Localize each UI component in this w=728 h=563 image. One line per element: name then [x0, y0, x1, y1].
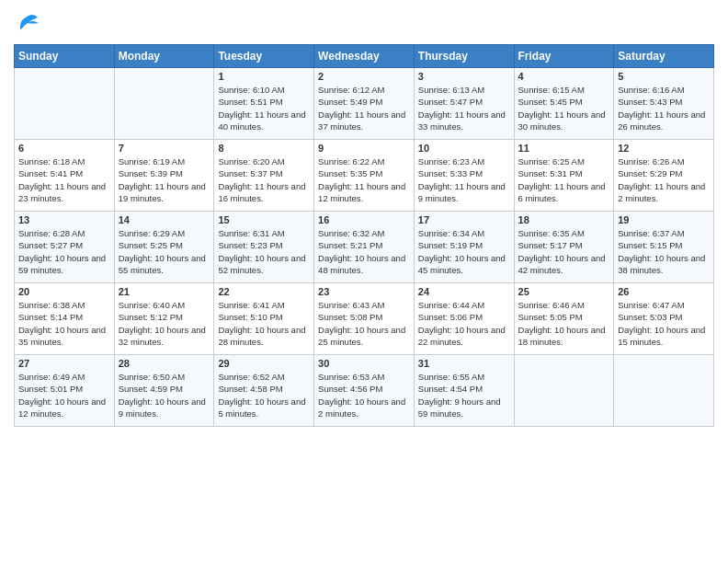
day-number: 13 — [18, 214, 110, 225]
calendar-cell: 4Sunrise: 6:15 AM Sunset: 5:45 PM Daylig… — [514, 68, 614, 140]
day-info: Sunrise: 6:20 AM Sunset: 5:37 PM Dayligh… — [218, 155, 310, 204]
day-number: 19 — [618, 214, 710, 225]
day-number: 9 — [318, 143, 410, 154]
calendar-row-1: 6Sunrise: 6:18 AM Sunset: 5:41 PM Daylig… — [15, 140, 714, 212]
day-info: Sunrise: 6:19 AM Sunset: 5:39 PM Dayligh… — [119, 155, 210, 204]
calendar-cell: 2Sunrise: 6:12 AM Sunset: 5:49 PM Daylig… — [314, 68, 415, 140]
calendar-cell: 18Sunrise: 6:35 AM Sunset: 5:17 PM Dayli… — [514, 212, 614, 283]
day-info: Sunrise: 6:50 AM Sunset: 4:59 PM Dayligh… — [119, 371, 210, 419]
col-header-thursday: Thursday — [414, 45, 514, 68]
day-info: Sunrise: 6:41 AM Sunset: 5:10 PM Dayligh… — [218, 299, 310, 348]
day-number: 27 — [18, 358, 110, 369]
calendar-cell: 12Sunrise: 6:26 AM Sunset: 5:29 PM Dayli… — [614, 140, 714, 212]
calendar-cell: 21Sunrise: 6:40 AM Sunset: 5:12 PM Dayli… — [114, 283, 214, 355]
calendar-cell: 16Sunrise: 6:32 AM Sunset: 5:21 PM Dayli… — [314, 212, 415, 283]
calendar-cell — [514, 355, 614, 427]
day-number: 28 — [119, 358, 210, 369]
calendar-cell: 7Sunrise: 6:19 AM Sunset: 5:39 PM Daylig… — [114, 140, 214, 212]
calendar-cell: 14Sunrise: 6:29 AM Sunset: 5:25 PM Dayli… — [114, 212, 214, 283]
calendar-cell: 27Sunrise: 6:49 AM Sunset: 5:01 PM Dayli… — [15, 355, 115, 427]
day-info: Sunrise: 6:38 AM Sunset: 5:14 PM Dayligh… — [18, 299, 110, 348]
calendar-cell: 10Sunrise: 6:23 AM Sunset: 5:33 PM Dayli… — [414, 140, 514, 212]
calendar-cell — [15, 68, 115, 140]
day-info: Sunrise: 6:55 AM Sunset: 4:54 PM Dayligh… — [418, 371, 510, 419]
day-number: 31 — [418, 358, 510, 369]
col-header-sunday: Sunday — [15, 45, 115, 68]
day-number: 29 — [218, 358, 310, 369]
calendar-cell: 20Sunrise: 6:38 AM Sunset: 5:14 PM Dayli… — [15, 283, 115, 355]
calendar-cell: 30Sunrise: 6:53 AM Sunset: 4:56 PM Dayli… — [314, 355, 415, 427]
col-header-tuesday: Tuesday — [214, 45, 314, 68]
day-info: Sunrise: 6:52 AM Sunset: 4:58 PM Dayligh… — [218, 371, 310, 419]
day-info: Sunrise: 6:12 AM Sunset: 5:49 PM Dayligh… — [318, 84, 410, 132]
day-number: 8 — [218, 143, 310, 154]
calendar-cell: 15Sunrise: 6:31 AM Sunset: 5:23 PM Dayli… — [214, 212, 314, 283]
header-row: SundayMondayTuesdayWednesdayThursdayFrid… — [15, 45, 714, 68]
day-info: Sunrise: 6:49 AM Sunset: 5:01 PM Dayligh… — [18, 371, 110, 419]
day-number: 12 — [618, 143, 710, 154]
day-info: Sunrise: 6:46 AM Sunset: 5:05 PM Dayligh… — [518, 299, 610, 348]
day-info: Sunrise: 6:31 AM Sunset: 5:23 PM Dayligh… — [218, 227, 310, 276]
day-info: Sunrise: 6:16 AM Sunset: 5:43 PM Dayligh… — [618, 84, 710, 132]
calendar-row-0: 1Sunrise: 6:10 AM Sunset: 5:51 PM Daylig… — [15, 68, 714, 140]
day-info: Sunrise: 6:32 AM Sunset: 5:21 PM Dayligh… — [318, 227, 410, 276]
day-info: Sunrise: 6:53 AM Sunset: 4:56 PM Dayligh… — [318, 371, 410, 419]
day-info: Sunrise: 6:35 AM Sunset: 5:17 PM Dayligh… — [518, 227, 610, 276]
day-number: 1 — [218, 71, 310, 82]
calendar-cell: 29Sunrise: 6:52 AM Sunset: 4:58 PM Dayli… — [214, 355, 314, 427]
calendar-cell: 1Sunrise: 6:10 AM Sunset: 5:51 PM Daylig… — [214, 68, 314, 140]
day-info: Sunrise: 6:15 AM Sunset: 5:45 PM Dayligh… — [518, 84, 610, 132]
day-number: 15 — [218, 214, 310, 225]
calendar-table: SundayMondayTuesdayWednesdayThursdayFrid… — [14, 44, 714, 427]
header — [14, 9, 714, 37]
calendar-cell: 31Sunrise: 6:55 AM Sunset: 4:54 PM Dayli… — [414, 355, 514, 427]
day-info: Sunrise: 6:40 AM Sunset: 5:12 PM Dayligh… — [119, 299, 210, 348]
calendar-cell: 19Sunrise: 6:37 AM Sunset: 5:15 PM Dayli… — [614, 212, 714, 283]
day-info: Sunrise: 6:44 AM Sunset: 5:06 PM Dayligh… — [418, 299, 510, 348]
calendar-cell: 13Sunrise: 6:28 AM Sunset: 5:27 PM Dayli… — [15, 212, 115, 283]
calendar-cell: 23Sunrise: 6:43 AM Sunset: 5:08 PM Dayli… — [314, 283, 415, 355]
day-info: Sunrise: 6:13 AM Sunset: 5:47 PM Dayligh… — [418, 84, 510, 132]
col-header-friday: Friday — [514, 45, 614, 68]
day-info: Sunrise: 6:23 AM Sunset: 5:33 PM Dayligh… — [418, 155, 510, 204]
calendar-cell — [614, 355, 714, 427]
day-number: 22 — [218, 286, 310, 297]
calendar-cell: 11Sunrise: 6:25 AM Sunset: 5:31 PM Dayli… — [514, 140, 614, 212]
calendar-cell: 25Sunrise: 6:46 AM Sunset: 5:05 PM Dayli… — [514, 283, 614, 355]
day-info: Sunrise: 6:25 AM Sunset: 5:31 PM Dayligh… — [518, 155, 610, 204]
col-header-wednesday: Wednesday — [314, 45, 415, 68]
day-info: Sunrise: 6:47 AM Sunset: 5:03 PM Dayligh… — [618, 299, 710, 348]
day-info: Sunrise: 6:37 AM Sunset: 5:15 PM Dayligh… — [618, 227, 710, 276]
col-header-monday: Monday — [114, 45, 214, 68]
calendar-cell: 17Sunrise: 6:34 AM Sunset: 5:19 PM Dayli… — [414, 212, 514, 283]
day-number: 16 — [318, 214, 410, 225]
day-number: 10 — [418, 143, 510, 154]
day-number: 2 — [318, 71, 410, 82]
calendar-cell: 3Sunrise: 6:13 AM Sunset: 5:47 PM Daylig… — [414, 68, 514, 140]
day-number: 25 — [518, 286, 610, 297]
calendar-cell — [114, 68, 214, 140]
calendar-cell: 8Sunrise: 6:20 AM Sunset: 5:37 PM Daylig… — [214, 140, 314, 212]
day-number: 11 — [518, 143, 610, 154]
calendar-cell: 26Sunrise: 6:47 AM Sunset: 5:03 PM Dayli… — [614, 283, 714, 355]
logo-icon — [14, 9, 41, 37]
day-info: Sunrise: 6:28 AM Sunset: 5:27 PM Dayligh… — [18, 227, 110, 276]
calendar-cell: 5Sunrise: 6:16 AM Sunset: 5:43 PM Daylig… — [614, 68, 714, 140]
calendar-row-3: 20Sunrise: 6:38 AM Sunset: 5:14 PM Dayli… — [15, 283, 714, 355]
day-info: Sunrise: 6:10 AM Sunset: 5:51 PM Dayligh… — [218, 84, 310, 132]
day-number: 26 — [618, 286, 710, 297]
day-info: Sunrise: 6:43 AM Sunset: 5:08 PM Dayligh… — [318, 299, 410, 348]
day-info: Sunrise: 6:22 AM Sunset: 5:35 PM Dayligh… — [318, 155, 410, 204]
day-number: 18 — [518, 214, 610, 225]
day-number: 3 — [418, 71, 510, 82]
page: SundayMondayTuesdayWednesdayThursdayFrid… — [0, 0, 728, 563]
day-number: 7 — [119, 143, 210, 154]
day-number: 21 — [119, 286, 210, 297]
day-info: Sunrise: 6:34 AM Sunset: 5:19 PM Dayligh… — [418, 227, 510, 276]
calendar-row-2: 13Sunrise: 6:28 AM Sunset: 5:27 PM Dayli… — [15, 212, 714, 283]
calendar-cell: 9Sunrise: 6:22 AM Sunset: 5:35 PM Daylig… — [314, 140, 415, 212]
day-number: 23 — [318, 286, 410, 297]
day-number: 17 — [418, 214, 510, 225]
calendar-row-4: 27Sunrise: 6:49 AM Sunset: 5:01 PM Dayli… — [15, 355, 714, 427]
day-number: 30 — [318, 358, 410, 369]
